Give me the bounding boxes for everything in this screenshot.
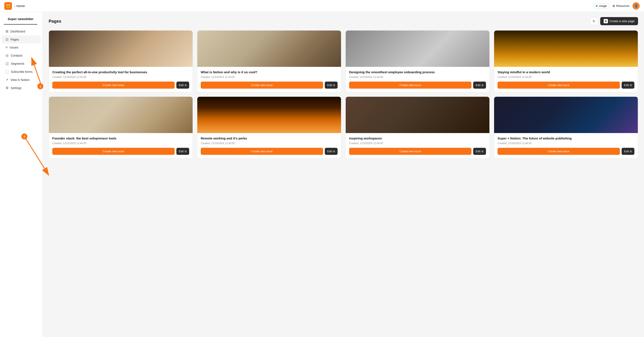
sidebar: Super newsletter ⊞ Dashboard ⊡ Pages ≡ I… — [0, 12, 43, 337]
page-card-title-5: Founder stack: the best solopreneur tool… — [52, 136, 189, 140]
sidebar-item-view-in-notion[interactable]: ↗ View in Notion — [2, 76, 41, 84]
page-card-title-2: What is Notion and why is it so cool? — [201, 70, 338, 74]
topbar-right: Usage ⊞ Resources 👤 — [593, 2, 640, 10]
edit-icon-3: ⧉ — [482, 84, 484, 87]
page-card-date-6: Created: 12/10/2024 12:44:00 — [201, 142, 338, 145]
edit-button-7[interactable]: Edit ⧉ — [473, 148, 486, 155]
resources-button[interactable]: ⊞ Resources — [612, 4, 630, 8]
edit-icon-6: ⧉ — [333, 150, 335, 153]
page-card-actions-6: Create new issue Edit ⧉ — [201, 148, 338, 155]
page-card-actions-2: Create new issue Edit ⧉ — [201, 82, 338, 89]
sidebar-item-subscribe-forms[interactable]: ⬚ Subscribe forms — [2, 68, 41, 76]
page-card-actions-3: Create new issue Edit ⧉ — [349, 82, 486, 89]
create-page-label: Create a new page — [610, 20, 634, 23]
app-logo: 🐱 — [4, 2, 12, 10]
page-card-title-8: Super + Notion: The future of website pu… — [498, 136, 634, 140]
create-issue-button-1[interactable]: Create new issue — [52, 82, 175, 89]
usage-button[interactable]: Usage — [593, 3, 610, 8]
page-card-3: Designing the smoothest employee onboard… — [346, 30, 490, 92]
page-card-body-7: Inspiring workspaces Created: 12/10/2024… — [346, 133, 490, 158]
issues-icon: ≡ — [6, 46, 8, 49]
create-issue-button-7[interactable]: Create new issue — [349, 148, 472, 155]
edit-label-3: Edit — [476, 84, 480, 87]
page-card-date-1: Created: 12/10/2024 12:44:00 — [52, 76, 189, 78]
dashboard-icon: ⊞ — [6, 29, 8, 33]
sidebar-item-segments[interactable]: ◫ Segments — [2, 60, 41, 68]
page-card-image-8 — [494, 97, 638, 133]
create-issue-button-4[interactable]: Create new issue — [498, 82, 620, 89]
page-card-6: Remote working and it's perks Created: 1… — [197, 96, 341, 158]
page-card-body-4: Staying mindful in a modern world Create… — [494, 67, 638, 92]
sidebar-label-dashboard: Dashboard — [10, 30, 25, 33]
back-nav[interactable]: ‹ Home — [14, 4, 25, 8]
page-card-title-1: Creating the perfect all-in-one producti… — [52, 70, 189, 74]
edit-label-2: Edit — [327, 84, 332, 87]
pages-icon: ⊡ — [6, 37, 8, 42]
sidebar-item-settings[interactable]: ⚙ Settings — [2, 84, 41, 92]
refresh-button[interactable]: ↻ — [590, 17, 598, 25]
page-card-title-3: Designing the smoothest employee onboard… — [349, 70, 486, 74]
page-card-actions-8: Create new issue Edit ⧉ — [498, 148, 634, 155]
page-card-body-8: Super + Notion: The future of website pu… — [494, 133, 638, 158]
sidebar-item-issues[interactable]: ≡ Issues — [2, 44, 41, 51]
sidebar-label-pages: Pages — [10, 38, 19, 41]
sidebar-item-contacts[interactable]: ◎ Contacts — [2, 52, 41, 59]
header-actions: ↻ N Create a new page — [590, 17, 638, 25]
page-card-body-5: Founder stack: the best solopreneur tool… — [49, 133, 192, 158]
create-page-button[interactable]: N Create a new page — [600, 17, 638, 25]
view-in-notion-icon: ↗ — [6, 78, 8, 82]
edit-button-8[interactable]: Edit ⧉ — [622, 148, 634, 155]
create-issue-button-8[interactable]: Create new issue — [498, 148, 620, 155]
main-header: Pages ↻ N Create a new page — [49, 17, 638, 25]
pages-grid: Creating the perfect all-in-one producti… — [49, 30, 638, 158]
back-label: Home — [16, 4, 25, 8]
resources-icon: ⊞ — [612, 4, 615, 8]
create-issue-button-2[interactable]: Create new issue — [201, 82, 323, 89]
page-card-body-1: Creating the perfect all-in-one producti… — [49, 67, 192, 92]
sidebar-brand: Super newsletter — [4, 16, 37, 24]
sidebar-item-dashboard[interactable]: ⊞ Dashboard — [2, 27, 41, 35]
edit-label-7: Edit — [476, 150, 480, 153]
page-card-image-6 — [197, 97, 341, 133]
user-avatar[interactable]: 👤 — [632, 2, 640, 10]
edit-button-2[interactable]: Edit ⧉ — [325, 82, 338, 89]
page-card-image-1 — [49, 30, 192, 67]
edit-button-1[interactable]: Edit ⧉ — [176, 82, 189, 89]
create-issue-button-5[interactable]: Create new issue — [52, 148, 175, 155]
page-card-actions-5: Create new issue Edit ⧉ — [52, 148, 189, 155]
usage-label: Usage — [599, 4, 607, 8]
app-layout: Super newsletter ⊞ Dashboard ⊡ Pages ≡ I… — [0, 0, 644, 337]
sidebar-nav: ⊞ Dashboard ⊡ Pages ≡ Issues ◎ Contacts … — [0, 27, 42, 92]
sidebar-label-subscribe-forms: Subscribe forms — [11, 70, 32, 74]
edit-button-5[interactable]: Edit ⧉ — [176, 148, 189, 155]
edit-icon-4: ⧉ — [630, 84, 632, 87]
subscribe-forms-icon: ⬚ — [6, 70, 9, 74]
page-card-image-4 — [494, 30, 638, 67]
page-card-date-2: Created: 12/10/2024 12:44:00 — [201, 76, 338, 78]
page-card-image-3 — [346, 30, 490, 67]
edit-button-6[interactable]: Edit ⧉ — [325, 148, 338, 155]
create-issue-button-3[interactable]: Create new issue — [349, 82, 472, 89]
edit-icon-2: ⧉ — [333, 84, 335, 87]
page-card-8: Super + Notion: The future of website pu… — [494, 96, 638, 158]
edit-button-4[interactable]: Edit ⧉ — [622, 82, 634, 89]
page-card-2: What is Notion and why is it so cool? Cr… — [197, 30, 341, 92]
sidebar-item-pages[interactable]: ⊡ Pages — [2, 36, 41, 43]
avatar-image: 👤 — [632, 2, 640, 10]
create-issue-button-6[interactable]: Create new issue — [201, 148, 323, 155]
page-card-body-6: Remote working and it's perks Created: 1… — [197, 133, 341, 158]
notion-icon: N — [604, 19, 608, 23]
edit-label-5: Edit — [179, 150, 184, 153]
page-card-title-4: Staying mindful in a modern world — [498, 70, 634, 74]
sidebar-label-issues: Issues — [10, 46, 18, 49]
settings-icon: ⚙ — [6, 86, 8, 90]
page-card-image-7 — [346, 97, 490, 133]
page-card-5: Founder stack: the best solopreneur tool… — [49, 96, 193, 158]
edit-label-4: Edit — [624, 84, 629, 87]
page-title: Pages — [49, 19, 61, 24]
edit-button-3[interactable]: Edit ⧉ — [473, 82, 486, 89]
topbar-left: 🐱 ‹ Home — [4, 2, 25, 10]
page-card-date-7: Created: 12/10/2024 12:44:00 — [349, 142, 486, 145]
sidebar-label-segments: Segments — [11, 62, 24, 65]
contacts-icon: ◎ — [6, 54, 8, 58]
